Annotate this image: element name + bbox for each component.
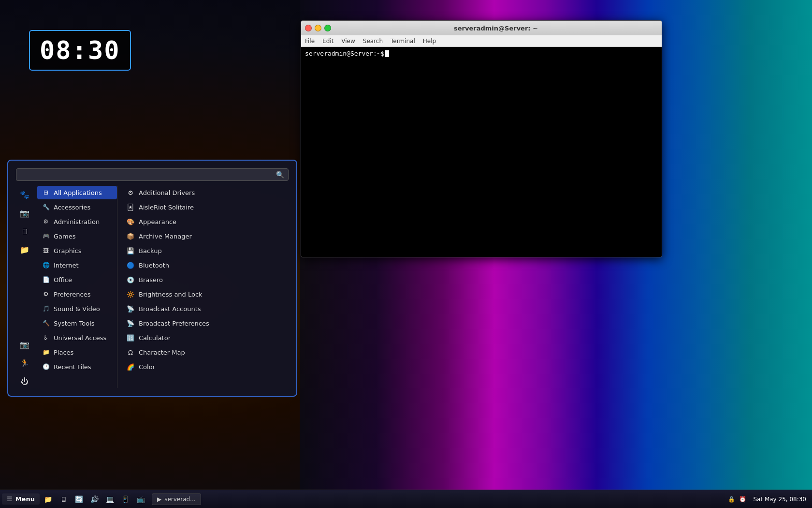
taskbar-app-terminal-label: serverad... (164, 496, 195, 503)
terminal-maximize-button[interactable] (324, 25, 331, 31)
category-universal-access[interactable]: ♿ Universal Access (37, 331, 117, 344)
category-sound-video[interactable]: 🎵 Sound & Video (37, 302, 117, 315)
taskbar-monitor-icon[interactable]: 💻 (103, 493, 117, 506)
app-broadcast-preferences[interactable]: 📡 Broadcast Preferences (122, 316, 287, 330)
tray-lock-icon[interactable]: 🔒 (728, 496, 735, 503)
terminal-minimize-button[interactable] (315, 25, 321, 31)
app-character-map[interactable]: Ω Character Map (122, 345, 287, 359)
app-aisleriots[interactable]: 🃏 AisleRiot Solitaire (122, 200, 287, 214)
apps-panel: ⚙ Additional Drivers 🃏 AisleRiot Solitai… (117, 186, 289, 388)
tray-clock-icon: ⏰ (739, 496, 746, 503)
app-additional-drivers-label: Additional Drivers (139, 189, 195, 196)
terminal-menu-file[interactable]: File (305, 38, 315, 45)
app-appearance[interactable]: 🎨 Appearance (122, 215, 287, 228)
category-system-tools[interactable]: 🔨 System Tools (37, 316, 117, 330)
terminal-menu-view[interactable]: View (341, 38, 355, 45)
app-broadcast-accounts[interactable]: 📡 Broadcast Accounts (122, 302, 287, 315)
clock-display: 08:30 (40, 36, 120, 65)
category-places[interactable]: 📁 Places (37, 345, 117, 359)
category-system-tools-label: System Tools (54, 320, 95, 327)
app-additional-drivers-icon: ⚙ (126, 188, 135, 197)
menu-button[interactable]: ☰ Menu (2, 493, 40, 505)
terminal-menu-help[interactable]: Help (423, 38, 436, 45)
terminal-menu-edit[interactable]: Edit (322, 38, 334, 45)
sidebar-icon-0[interactable]: 🐾 (18, 188, 31, 201)
category-all[interactable]: ⊞ All Applications (37, 186, 117, 199)
category-office[interactable]: 📄 Office (37, 273, 117, 286)
app-brightness-lock-label: Brightness and Lock (139, 291, 203, 298)
app-aisleriots-icon: 🃏 (126, 203, 135, 211)
app-brasero-icon: 💿 (126, 275, 135, 284)
app-backup-label: Backup (139, 247, 162, 254)
app-aisleriots-label: AisleRiot Solitaire (139, 204, 194, 211)
terminal-window[interactable]: serveradmin@Server: ~ File Edit View Sea… (301, 20, 662, 257)
search-input[interactable] (20, 171, 273, 179)
search-bar[interactable]: 🔍 (16, 168, 289, 181)
category-office-icon: 📄 (42, 276, 50, 284)
category-accessories-icon: 🔧 (42, 203, 50, 211)
category-recent-files[interactable]: 🕐 Recent Files (37, 360, 117, 374)
sidebar-icon-power[interactable]: ⏻ (18, 374, 31, 388)
category-internet-label: Internet (54, 262, 79, 269)
category-universal-access-icon: ♿ (42, 334, 50, 342)
app-archive-manager[interactable]: 📦 Archive Manager (122, 229, 287, 243)
category-graphics-icon: 🖼 (42, 247, 50, 254)
taskbar-app-terminal[interactable]: ▶ serverad... (152, 493, 201, 505)
category-accessories[interactable]: 🔧 Accessories (37, 200, 117, 214)
category-internet[interactable]: 🌐 Internet (37, 258, 117, 272)
terminal-menu-search[interactable]: Search (363, 38, 383, 45)
category-internet-icon: 🌐 (42, 261, 50, 269)
app-additional-drivers[interactable]: ⚙ Additional Drivers (122, 186, 287, 199)
category-universal-access-label: Universal Access (54, 334, 106, 342)
taskbar-network-icon[interactable]: 🔊 (88, 493, 102, 506)
app-brasero[interactable]: 💿 Brasero (122, 273, 287, 286)
app-color-icon: 🌈 (126, 362, 135, 371)
app-calculator[interactable]: 🔢 Calculator (122, 331, 287, 344)
category-graphics[interactable]: 🖼 Graphics (37, 244, 117, 257)
terminal-menubar: File Edit View Search Terminal Help (301, 35, 662, 47)
taskbar-display-icon[interactable]: 📺 (134, 493, 148, 506)
app-backup[interactable]: 💾 Backup (122, 244, 287, 257)
menu-icon: ☰ (7, 495, 13, 503)
category-graphics-label: Graphics (54, 247, 81, 254)
sidebar-icon-1[interactable]: 📷 (18, 206, 31, 220)
category-office-label: Office (54, 276, 72, 284)
taskbar-browser-icon[interactable]: 🖥 (57, 493, 71, 506)
menu-label: Menu (15, 495, 35, 503)
app-color[interactable]: 🌈 Color (122, 360, 287, 374)
terminal-close-button[interactable] (305, 25, 312, 31)
category-games[interactable]: 🎮 Games (37, 229, 117, 243)
app-archive-manager-label: Archive Manager (139, 233, 192, 240)
taskbar-device-icon[interactable]: 📱 (119, 493, 132, 506)
menu-content: 🐾 📷 🖥 📁 📷 🏃 ⏻ ⊞ All Applications 🔧 Acces… (16, 186, 289, 388)
system-tray: 🔒 ⏰ (728, 496, 746, 503)
sidebar-icon-2[interactable]: 🖥 (18, 224, 31, 238)
application-menu[interactable]: 🔍 🐾 📷 🖥 📁 📷 🏃 ⏻ ⊞ All Applications 🔧 Acc… (7, 160, 297, 397)
app-broadcast-preferences-icon: 📡 (126, 319, 135, 328)
terminal-menu-terminal[interactable]: Terminal (391, 38, 415, 45)
category-games-label: Games (54, 233, 75, 240)
category-all-icon: ⊞ (42, 189, 50, 196)
taskbar-files-icon[interactable]: 📁 (42, 493, 55, 506)
app-calculator-icon: 🔢 (126, 333, 135, 342)
terminal-prompt-text: serveradmin@Server:~$ (305, 50, 384, 57)
app-backup-icon: 💾 (126, 246, 135, 255)
category-preferences[interactable]: ⚙ Preferences (37, 287, 117, 301)
sidebar-icon-5[interactable]: 🏃 (18, 356, 31, 370)
app-brightness-lock[interactable]: 🔆 Brightness and Lock (122, 287, 287, 301)
sidebar-icon-3[interactable]: 📁 (18, 243, 31, 256)
taskbar-running-apps: ▶ serverad... (152, 493, 201, 505)
app-archive-manager-icon: 📦 (126, 232, 135, 240)
sidebar-icon-4[interactable]: 📷 (18, 338, 31, 351)
category-places-label: Places (54, 349, 73, 356)
app-broadcast-accounts-label: Broadcast Accounts (139, 305, 201, 313)
taskbar: ☰ Menu 📁 🖥 🔄 🔊 💻 📱 📺 ▶ serverad... 🔒 ⏰ S… (0, 490, 812, 508)
category-preferences-label: Preferences (54, 291, 90, 298)
app-bluetooth[interactable]: 🔵 Bluetooth (122, 258, 287, 272)
clock-widget: 08:30 (29, 30, 131, 71)
search-icon: 🔍 (276, 171, 284, 179)
category-administration[interactable]: ⚙ Administration (37, 215, 117, 228)
app-appearance-label: Appearance (139, 218, 176, 225)
taskbar-refresh-icon[interactable]: 🔄 (72, 493, 86, 506)
terminal-body[interactable]: serveradmin@Server:~$ (301, 47, 662, 257)
